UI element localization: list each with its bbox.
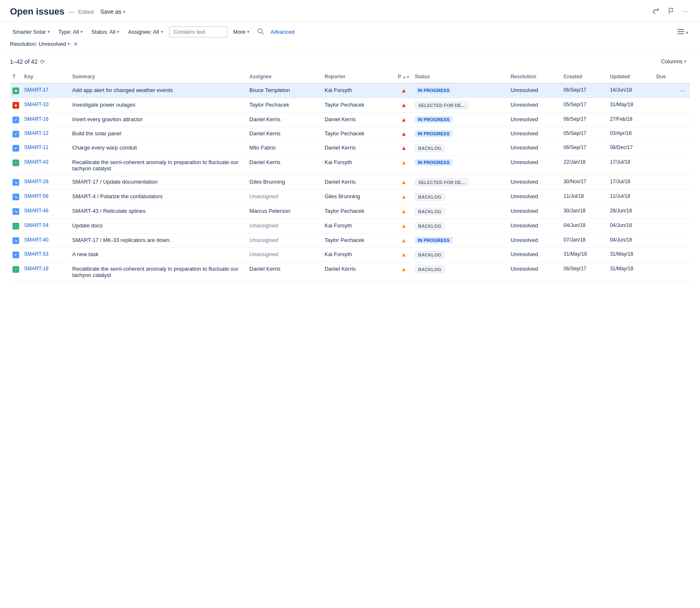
search-button[interactable] (255, 26, 265, 37)
issue-key-link[interactable]: SMART-43 (24, 159, 48, 165)
priority-cell: ▲ (395, 219, 412, 234)
col-due[interactable]: Due (654, 70, 678, 83)
key-cell[interactable]: SMART-46 (22, 204, 70, 219)
resolution-cell: Unresolved (508, 190, 561, 204)
advanced-link[interactable]: Advanced (270, 29, 295, 35)
priority-cell: ▲ (395, 113, 412, 127)
task-icon: ✓ (12, 131, 19, 137)
more-filter[interactable]: More ▾ (231, 27, 252, 37)
assignee-cell: Bruce Templeton (247, 83, 322, 98)
key-cell[interactable]: SMART-56 (22, 190, 70, 204)
updated-cell: 27/Feb/18 (608, 113, 654, 127)
col-priority[interactable]: P ▲▼ (395, 70, 412, 83)
svg-rect-3 (678, 31, 684, 32)
key-cell[interactable]: SMART-16 (22, 113, 70, 127)
col-created[interactable]: Created (561, 70, 608, 83)
table-row[interactable]: ■ SMART-10 Investigate power outages Tay… (10, 98, 690, 113)
table-row[interactable]: ↘ SMART-28 SMART-17 / Update documentati… (10, 175, 690, 190)
table-row[interactable]: ↘ SMART-56 SMART-4 / Polarize the confab… (10, 190, 690, 204)
issue-key-link[interactable]: SMART-11 (24, 145, 48, 150)
resolution-cell: Unresolved (508, 262, 561, 282)
table-row[interactable]: ↘ SMART-46 SMART-43 / Reticulate splines… (10, 204, 690, 219)
table-row[interactable]: ★ SMART-17 Add app alert for changed wea… (10, 83, 690, 98)
resolution-cell: Unresolved (508, 219, 561, 234)
status-cell: SELECTED FOR DE... (412, 98, 508, 113)
view-toggle-button[interactable]: ▾ (676, 27, 690, 37)
remove-resolution-filter[interactable]: ✕ (72, 41, 79, 47)
status-cell: SELECTED FOR DE... (412, 175, 508, 190)
table-row[interactable]: ✓ SMART-16 Invert every graviton attract… (10, 113, 690, 127)
status-filter[interactable]: Status: All ▾ (89, 27, 122, 37)
col-key[interactable]: Key (22, 70, 70, 83)
issue-key-link[interactable]: SMART-56 (24, 193, 48, 199)
col-status[interactable]: Status (412, 70, 508, 83)
more-options-button[interactable]: ··· (681, 6, 690, 17)
due-cell (654, 204, 678, 219)
issue-key-link[interactable]: SMART-18 (24, 266, 48, 272)
save-as-button[interactable]: Save as ▾ (98, 7, 128, 17)
key-cell[interactable]: SMART-12 (22, 127, 70, 141)
priority-icon: ▲ (401, 159, 407, 166)
table-row[interactable]: ↑ SMART-43 Recalibrate the semi-coherent… (10, 156, 690, 175)
task-icon: ✓ (12, 145, 19, 152)
key-cell[interactable]: SMART-11 (22, 141, 70, 156)
key-cell[interactable]: SMART-18 (22, 262, 70, 282)
filters-row1: Smarter Solar ▾ Type: All ▾ Status: All … (10, 26, 690, 37)
key-cell[interactable]: SMART-43 (22, 156, 70, 175)
priority-icon: ▲ (401, 116, 407, 123)
col-resolution[interactable]: Resolution (508, 70, 561, 83)
table-row[interactable]: ✓ SMART-12 Build the solar panel Daniel … (10, 127, 690, 141)
text-search-input[interactable] (169, 26, 228, 37)
due-cell (654, 141, 678, 156)
created-cell: 22/Jan/18 (561, 156, 608, 175)
results-count: 1–42 of 42 ⟳ (10, 58, 45, 65)
col-assignee[interactable]: Assignee (247, 70, 322, 83)
table-row[interactable]: ↘ SMART-40 SMART-17 / MK-33 replicators … (10, 234, 690, 248)
reporter-cell: Daniel Kerris (322, 175, 395, 190)
key-cell[interactable]: SMART-54 (22, 219, 70, 234)
svg-rect-4 (678, 33, 684, 34)
issue-key-link[interactable]: SMART-12 (24, 130, 48, 136)
table-row[interactable]: ✓ SMART-53 A new task Unassigned Kai For… (10, 248, 690, 262)
key-cell[interactable]: SMART-17 (22, 83, 70, 98)
key-cell[interactable]: SMART-53 (22, 248, 70, 262)
resolution-cell: Unresolved (508, 113, 561, 127)
issue-key-link[interactable]: SMART-28 (24, 179, 48, 184)
created-cell: 06/Sep/17 (561, 113, 608, 127)
type-cell: ↑ (10, 219, 22, 234)
row-more-icon[interactable]: ··· (680, 87, 685, 94)
resolution-filter-tag: Resolution: Unresolved ▾ (10, 41, 70, 47)
resolution-filter-label: Resolution: Unresolved (10, 41, 66, 47)
status-cell: BACKLOG (412, 141, 508, 156)
updated-cell: 03/Apr/18 (608, 127, 654, 141)
assignee-filter[interactable]: Assignee: All ▾ (125, 27, 165, 37)
key-cell[interactable]: SMART-10 (22, 98, 70, 113)
flag-button[interactable] (666, 6, 676, 17)
resolution-cell: Unresolved (508, 83, 561, 98)
key-cell[interactable]: SMART-28 (22, 175, 70, 190)
issue-key-link[interactable]: SMART-54 (24, 222, 48, 228)
refresh-icon[interactable]: ⟳ (40, 58, 45, 65)
table-row[interactable]: ↑ SMART-18 Recalibrate the semi-coherent… (10, 262, 690, 282)
due-cell (654, 262, 678, 282)
issue-key-link[interactable]: SMART-17 (24, 87, 48, 93)
actions-cell (678, 262, 690, 282)
issue-key-link[interactable]: SMART-46 (24, 208, 48, 214)
key-cell[interactable]: SMART-40 (22, 234, 70, 248)
table-row[interactable]: ↑ SMART-54 Update docs Unassigned Kai Fo… (10, 219, 690, 234)
col-updated[interactable]: Updated (608, 70, 654, 83)
summary-cell: Recalibrate the semi-coherent anomaly in… (70, 156, 247, 175)
issue-key-link[interactable]: SMART-10 (24, 102, 48, 107)
share-button[interactable] (651, 6, 661, 17)
table-row[interactable]: ✓ SMART-11 Charge every warp conduit Mil… (10, 141, 690, 156)
issue-key-link[interactable]: SMART-40 (24, 237, 48, 243)
columns-button[interactable]: Columns ▾ (658, 57, 690, 66)
issue-key-link[interactable]: SMART-53 (24, 251, 48, 257)
project-filter[interactable]: Smarter Solar ▾ (10, 27, 52, 37)
issue-key-link[interactable]: SMART-16 (24, 116, 48, 122)
type-filter[interactable]: Type: All ▾ (56, 27, 85, 37)
col-summary[interactable]: Summary (70, 70, 247, 83)
status-badge: BACKLOG (415, 266, 445, 273)
col-reporter[interactable]: Reporter (322, 70, 395, 83)
priority-icon: ▲ (401, 193, 407, 200)
